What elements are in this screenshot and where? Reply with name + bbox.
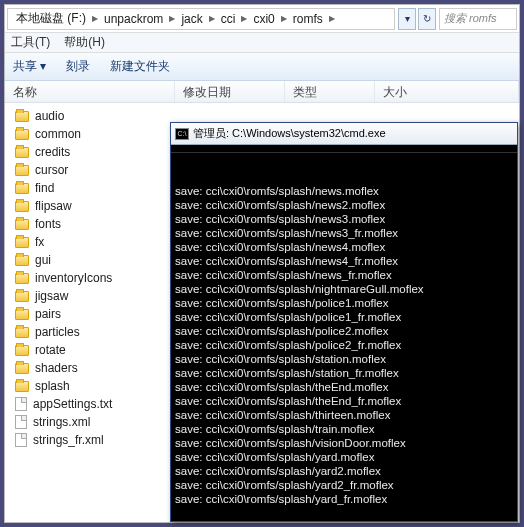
chevron-right-icon: ▶ bbox=[207, 14, 217, 23]
list-item[interactable]: particles bbox=[11, 323, 116, 341]
file-name: strings_fr.xml bbox=[33, 433, 104, 447]
cmd-output-line: save: cci\cxi0\romfs/splash/news3.moflex bbox=[175, 212, 513, 226]
cmd-output-line: save: cci\cxi0\romfs/splash/yard.moflex bbox=[175, 450, 513, 464]
col-size[interactable]: 大小 bbox=[375, 81, 519, 102]
cmd-output-line: save: cci\cxi0\romfs/splash/news.moflex bbox=[175, 184, 513, 198]
folder-icon bbox=[15, 129, 29, 140]
crumb-item[interactable]: cci bbox=[217, 12, 240, 26]
cmd-output-line: save: cci\cxi0\romfs/splash/theEnd_fr.mo… bbox=[175, 394, 513, 408]
list-item[interactable]: inventoryIcons bbox=[11, 269, 116, 287]
file-name: cursor bbox=[35, 163, 68, 177]
cmd-output-line: save: cci\cxi0\romfs/splash/train.moflex bbox=[175, 422, 513, 436]
address-bar: 本地磁盘 (F:)▶unpackrom▶jack▶cci▶cxi0▶romfs▶… bbox=[5, 5, 519, 33]
chevron-right-icon: ▶ bbox=[239, 14, 249, 23]
list-item[interactable]: splash bbox=[11, 377, 116, 395]
column-headers: 名称 修改日期 类型 大小 bbox=[5, 81, 519, 103]
list-item[interactable]: gui bbox=[11, 251, 116, 269]
file-name: inventoryIcons bbox=[35, 271, 112, 285]
cmd-title-text: 管理员: C:\Windows\system32\cmd.exe bbox=[193, 126, 386, 141]
col-type[interactable]: 类型 bbox=[285, 81, 375, 102]
cmd-output-line: save: cci\cxi0\romfs/splash/news4.moflex bbox=[175, 240, 513, 254]
cmd-body[interactable]: save: cci\cxi0\romfs/splash/news.moflexs… bbox=[171, 153, 517, 527]
crumb-item[interactable]: unpackrom bbox=[100, 12, 167, 26]
list-item[interactable]: strings.xml bbox=[11, 413, 116, 431]
list-item[interactable]: pairs bbox=[11, 305, 116, 323]
toolbar: 共享 ▾ 刻录 新建文件夹 bbox=[5, 53, 519, 81]
cmd-window[interactable]: C:\ 管理员: C:\Windows\system32\cmd.exe sav… bbox=[170, 122, 518, 522]
folder-icon bbox=[15, 345, 29, 356]
list-item[interactable]: audio bbox=[11, 107, 116, 125]
folder-icon bbox=[15, 273, 29, 284]
folder-icon bbox=[15, 255, 29, 266]
file-name: common bbox=[35, 127, 81, 141]
list-item[interactable]: strings_fr.xml bbox=[11, 431, 116, 449]
folder-icon bbox=[15, 183, 29, 194]
file-list: audiocommoncreditscursorfindflipsawfonts… bbox=[11, 107, 116, 449]
list-item[interactable]: appSettings.txt bbox=[11, 395, 116, 413]
cmd-output-line: save: cci\cxi0\romfs/splash/police2.mofl… bbox=[175, 324, 513, 338]
file-name: pairs bbox=[35, 307, 61, 321]
crumb-item[interactable]: romfs bbox=[289, 12, 327, 26]
file-name: splash bbox=[35, 379, 70, 393]
chevron-right-icon: ▶ bbox=[90, 14, 100, 23]
file-icon bbox=[15, 415, 27, 429]
cmd-icon: C:\ bbox=[175, 128, 189, 140]
list-item[interactable]: credits bbox=[11, 143, 116, 161]
list-item[interactable]: common bbox=[11, 125, 116, 143]
list-item[interactable]: flipsaw bbox=[11, 197, 116, 215]
list-item[interactable]: jigsaw bbox=[11, 287, 116, 305]
cmd-output-line: save: cci\cxi0\romfs/splash/news_fr.mofl… bbox=[175, 268, 513, 282]
cmd-output-line: save: cci\cxi0\romfs/splash/station.mofl… bbox=[175, 352, 513, 366]
toolbar-share[interactable]: 共享 ▾ bbox=[13, 58, 46, 75]
folder-icon bbox=[15, 165, 29, 176]
cmd-output-line: save: cci\cxi0\romfs/splash/news2.moflex bbox=[175, 198, 513, 212]
cmd-output-line: save: cci\cxi0\romfs/splash/police1_fr.m… bbox=[175, 310, 513, 324]
chevron-right-icon: ▶ bbox=[279, 14, 289, 23]
list-item[interactable]: shaders bbox=[11, 359, 116, 377]
folder-icon bbox=[15, 381, 29, 392]
crumb-item[interactable]: cxi0 bbox=[249, 12, 278, 26]
cmd-output-line: save: cci\cxi0\romfs/splash/yard_fr.mofl… bbox=[175, 492, 513, 506]
folder-icon bbox=[15, 363, 29, 374]
folder-icon bbox=[15, 219, 29, 230]
breadcrumb[interactable]: 本地磁盘 (F:)▶unpackrom▶jack▶cci▶cxi0▶romfs▶ bbox=[7, 8, 395, 30]
cmd-output-line: save: cci\cxi0\romfs/splash/theEnd.mofle… bbox=[175, 380, 513, 394]
file-name: fx bbox=[35, 235, 44, 249]
col-modified[interactable]: 修改日期 bbox=[175, 81, 285, 102]
list-item[interactable]: rotate bbox=[11, 341, 116, 359]
cmd-output-line: save: cci\cxi0\romfs/splash/police2_fr.m… bbox=[175, 338, 513, 352]
chevron-right-icon: ▶ bbox=[327, 14, 337, 23]
crumb-item[interactable]: 本地磁盘 (F:) bbox=[12, 10, 90, 27]
folder-icon bbox=[15, 111, 29, 122]
file-name: find bbox=[35, 181, 54, 195]
folder-icon bbox=[15, 327, 29, 338]
menu-help[interactable]: 帮助(H) bbox=[64, 34, 105, 51]
list-item[interactable]: fx bbox=[11, 233, 116, 251]
file-name: strings.xml bbox=[33, 415, 90, 429]
file-name: rotate bbox=[35, 343, 66, 357]
menu-tools[interactable]: 工具(T) bbox=[11, 34, 50, 51]
toolbar-burn[interactable]: 刻录 bbox=[66, 58, 90, 75]
folder-icon bbox=[15, 291, 29, 302]
list-item[interactable]: find bbox=[11, 179, 116, 197]
list-item[interactable]: fonts bbox=[11, 215, 116, 233]
folder-icon bbox=[15, 147, 29, 158]
refresh-button[interactable]: ↻ bbox=[418, 8, 436, 30]
file-icon bbox=[15, 397, 27, 411]
folder-icon bbox=[15, 237, 29, 248]
col-name[interactable]: 名称 bbox=[5, 81, 175, 102]
list-item[interactable]: cursor bbox=[11, 161, 116, 179]
go-back-dropdown[interactable]: ▾ bbox=[398, 8, 416, 30]
folder-icon bbox=[15, 309, 29, 320]
cmd-output-line: save: cci\cxi0\romfs/splash/news3_fr.mof… bbox=[175, 226, 513, 240]
cmd-output-line: save: cci\cxi0\romfs/splash/yard2_fr.mof… bbox=[175, 478, 513, 492]
file-name: flipsaw bbox=[35, 199, 72, 213]
toolbar-new-folder[interactable]: 新建文件夹 bbox=[110, 58, 170, 75]
cmd-output-line: save: cci\cxi0\romfs/splash/police1.mofl… bbox=[175, 296, 513, 310]
file-name: fonts bbox=[35, 217, 61, 231]
cmd-titlebar[interactable]: C:\ 管理员: C:\Windows\system32\cmd.exe bbox=[171, 123, 517, 145]
crumb-item[interactable]: jack bbox=[177, 12, 206, 26]
file-name: credits bbox=[35, 145, 70, 159]
search-input[interactable]: 搜索 romfs bbox=[439, 8, 517, 30]
cmd-output-line: save: cci\cxi0\romfs/splash/station_fr.m… bbox=[175, 366, 513, 380]
